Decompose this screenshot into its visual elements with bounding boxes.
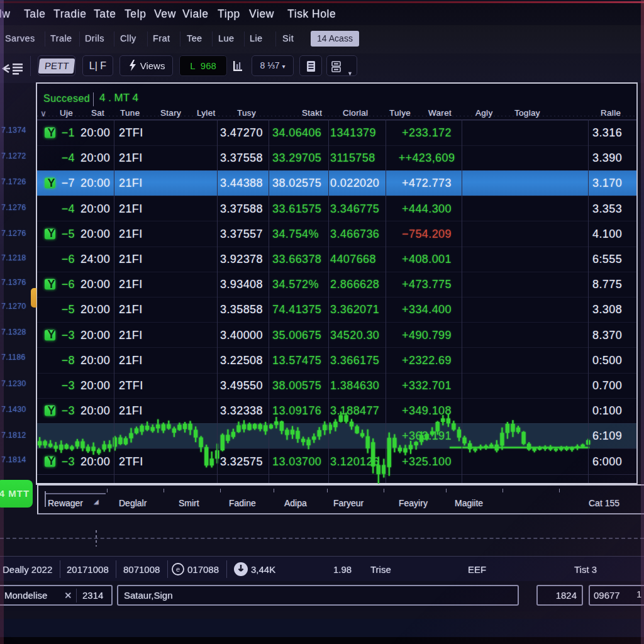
svg-text:e: e <box>176 565 180 573</box>
